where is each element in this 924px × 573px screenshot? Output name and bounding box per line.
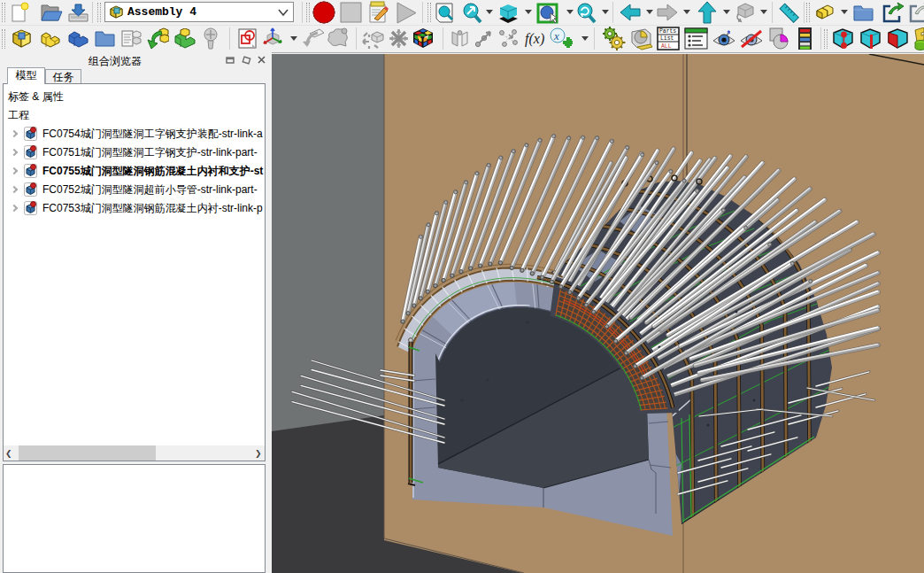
svg-text:ALL: ALL [661, 43, 672, 50]
svg-text:f(x): f(x) [525, 31, 544, 47]
svg-text:List: List [660, 35, 674, 42]
svg-text:x: x [553, 29, 559, 43]
svg-text:Parts: Parts [659, 28, 676, 35]
